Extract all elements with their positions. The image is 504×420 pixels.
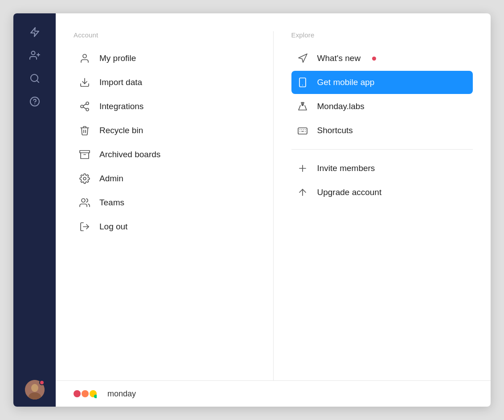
whats-new-badge (372, 57, 376, 61)
lightning-icon[interactable] (25, 22, 45, 42)
svg-point-0 (31, 51, 35, 55)
svg-line-15 (83, 107, 86, 109)
person-icon (79, 53, 90, 64)
invite-members-label: Invite members (317, 163, 375, 173)
avatar-notification-badge (39, 380, 45, 385)
integrations-label: Integrations (99, 102, 143, 111)
help-icon[interactable] (25, 92, 45, 111)
sidebar-top (25, 13, 45, 380)
my-profile-label: My profile (99, 53, 136, 63)
menu-item-archived-boards[interactable]: Archived boards (74, 143, 255, 166)
menu-item-recycle-bin[interactable]: Recycle bin (74, 119, 255, 142)
monday-labs-label: Monday.labs (317, 102, 365, 111)
menu-item-invite-members[interactable]: Invite members (291, 157, 473, 180)
get-mobile-app-label: Get mobile app (317, 77, 375, 87)
menu-item-get-mobile-app[interactable]: Get mobile app (291, 71, 473, 94)
whats-new-label: What's new (317, 53, 361, 63)
svg-rect-25 (298, 128, 307, 134)
team-icon (79, 197, 90, 208)
import-icon (79, 77, 90, 88)
recycle-bin-label: Recycle bin (99, 126, 143, 135)
search-icon[interactable] (25, 69, 45, 88)
app-window: Account My profile (13, 13, 491, 407)
menu-item-integrations[interactable]: Integrations (74, 95, 255, 118)
svg-point-20 (82, 199, 85, 202)
svg-rect-22 (299, 78, 306, 87)
svg-rect-17 (80, 151, 90, 153)
gear-icon (79, 173, 90, 184)
menu-item-whats-new[interactable]: What's new (291, 47, 473, 70)
keyboard-icon (297, 125, 308, 136)
explore-column: Explore What's new (274, 31, 491, 380)
trash-icon (79, 125, 90, 136)
menu-item-shortcuts[interactable]: Shortcuts (291, 119, 473, 142)
svg-point-19 (83, 177, 86, 180)
monday-logo-svg (74, 389, 97, 399)
explore-divider (291, 149, 473, 150)
svg-point-36 (74, 390, 81, 397)
menu-panel: Account My profile (56, 13, 491, 380)
sidebar-bottom (25, 380, 45, 407)
monday-brand-text: monday (107, 389, 136, 399)
bottom-bar: monday (56, 380, 491, 407)
svg-line-4 (37, 81, 38, 82)
menu-item-logout[interactable]: Log out (74, 215, 255, 238)
svg-point-37 (82, 390, 89, 397)
account-column: Account My profile (56, 31, 273, 380)
sidebar (13, 13, 56, 407)
avatar[interactable] (25, 380, 45, 400)
monday-logo (74, 389, 97, 399)
menu-item-my-profile[interactable]: My profile (74, 47, 255, 70)
flask-icon (297, 101, 308, 112)
megaphone-icon (297, 53, 308, 64)
integration-icon (79, 101, 90, 112)
archived-boards-label: Archived boards (99, 150, 160, 159)
plus-icon (297, 163, 308, 174)
logout-icon (79, 221, 90, 232)
svg-point-10 (83, 54, 86, 58)
menu-item-admin[interactable]: Admin (74, 167, 255, 190)
arrow-up-icon (297, 187, 308, 198)
mobile-icon (297, 77, 308, 88)
shortcuts-label: Shortcuts (317, 126, 353, 135)
explore-section-title: Explore (291, 31, 473, 39)
account-section-title: Account (74, 31, 255, 39)
menu-item-import-data[interactable]: Import data (74, 71, 255, 94)
admin-label: Admin (99, 174, 123, 183)
svg-point-8 (31, 384, 38, 392)
menu-item-monday-labs[interactable]: Monday.labs (291, 95, 473, 118)
menu-item-teams[interactable]: Teams (74, 191, 255, 214)
import-data-label: Import data (99, 77, 142, 87)
main-content: Account My profile (56, 13, 491, 407)
svg-line-16 (83, 104, 86, 106)
logout-label: Log out (99, 222, 127, 232)
add-user-icon[interactable] (25, 45, 45, 65)
teams-label: Teams (99, 198, 124, 208)
menu-item-upgrade-account[interactable]: Upgrade account (291, 181, 473, 204)
upgrade-account-label: Upgrade account (317, 188, 382, 197)
archive-icon (79, 149, 90, 160)
